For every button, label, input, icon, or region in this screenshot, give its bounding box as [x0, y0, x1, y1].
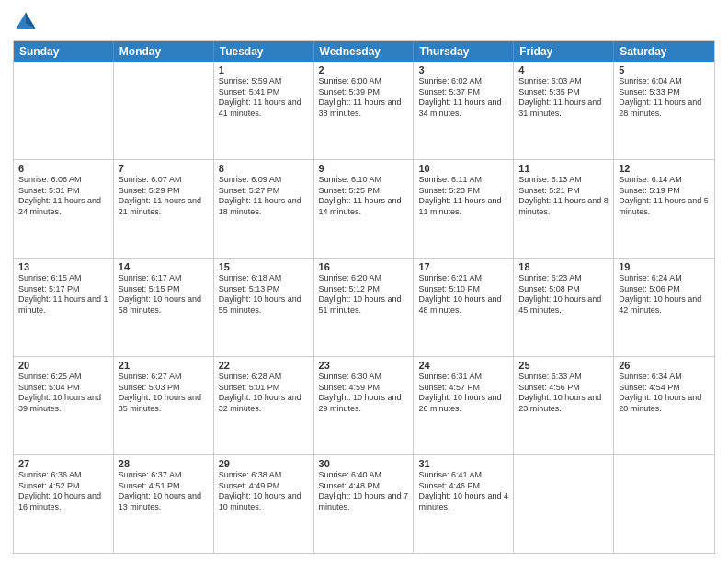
week-row-3: 20Sunrise: 6:25 AMSunset: 5:04 PMDayligh…	[14, 356, 714, 454]
day-number: 20	[18, 360, 108, 371]
day-number: 15	[219, 261, 309, 272]
day-info: Sunrise: 6:31 AMSunset: 4:57 PMDaylight:…	[418, 372, 508, 415]
day-number: 13	[18, 261, 108, 272]
day-info: Sunrise: 6:41 AMSunset: 4:46 PMDaylight:…	[418, 470, 508, 513]
cal-cell: 10Sunrise: 6:11 AMSunset: 5:23 PMDayligh…	[414, 160, 514, 258]
cal-cell: 2Sunrise: 6:00 AMSunset: 5:39 PMDaylight…	[314, 62, 415, 159]
header	[13, 9, 715, 35]
day-number: 12	[619, 163, 710, 174]
cal-cell: 28Sunrise: 6:37 AMSunset: 4:51 PMDayligh…	[114, 455, 214, 553]
day-number: 9	[319, 163, 409, 174]
day-info: Sunrise: 6:07 AMSunset: 5:29 PMDaylight:…	[119, 175, 209, 218]
calendar: SundayMondayTuesdayWednesdayThursdayFrid…	[13, 40, 715, 554]
day-info: Sunrise: 6:24 AMSunset: 5:06 PMDaylight:…	[619, 273, 710, 316]
day-info: Sunrise: 6:21 AMSunset: 5:10 PMDaylight:…	[418, 273, 508, 316]
cal-cell: 27Sunrise: 6:36 AMSunset: 4:52 PMDayligh…	[14, 455, 114, 553]
cal-cell: 29Sunrise: 6:38 AMSunset: 4:49 PMDayligh…	[214, 455, 314, 553]
day-info: Sunrise: 5:59 AMSunset: 5:41 PMDaylight:…	[219, 76, 309, 120]
day-number: 16	[319, 261, 409, 272]
cal-cell: 17Sunrise: 6:21 AMSunset: 5:10 PMDayligh…	[414, 259, 514, 356]
cal-cell: 18Sunrise: 6:23 AMSunset: 5:08 PMDayligh…	[514, 259, 614, 356]
calendar-header: SundayMondayTuesdayWednesdayThursdayFrid…	[14, 41, 714, 62]
logo	[13, 9, 42, 35]
header-day-wednesday: Wednesday	[314, 41, 415, 62]
day-info: Sunrise: 6:11 AMSunset: 5:23 PMDaylight:…	[418, 175, 508, 218]
day-info: Sunrise: 6:09 AMSunset: 5:27 PMDaylight:…	[219, 175, 309, 218]
cal-cell: 26Sunrise: 6:34 AMSunset: 4:54 PMDayligh…	[614, 357, 714, 454]
day-info: Sunrise: 6:25 AMSunset: 5:04 PMDaylight:…	[18, 372, 108, 415]
cal-cell	[114, 62, 214, 159]
cal-cell: 4Sunrise: 6:03 AMSunset: 5:35 PMDaylight…	[514, 62, 614, 159]
day-info: Sunrise: 6:14 AMSunset: 5:19 PMDaylight:…	[619, 175, 710, 218]
day-info: Sunrise: 6:28 AMSunset: 5:01 PMDaylight:…	[219, 372, 309, 415]
cal-cell: 9Sunrise: 6:10 AMSunset: 5:25 PMDaylight…	[314, 160, 415, 258]
cal-cell: 1Sunrise: 5:59 AMSunset: 5:41 PMDaylight…	[214, 62, 314, 159]
cal-cell: 14Sunrise: 6:17 AMSunset: 5:15 PMDayligh…	[114, 259, 214, 356]
day-info: Sunrise: 6:40 AMSunset: 4:48 PMDaylight:…	[319, 470, 409, 513]
day-number: 25	[518, 360, 609, 371]
week-row-4: 27Sunrise: 6:36 AMSunset: 4:52 PMDayligh…	[14, 454, 714, 553]
day-number: 24	[418, 360, 508, 371]
cal-cell: 30Sunrise: 6:40 AMSunset: 4:48 PMDayligh…	[314, 455, 415, 553]
day-number: 11	[518, 163, 609, 174]
day-info: Sunrise: 6:17 AMSunset: 5:15 PMDaylight:…	[119, 273, 209, 316]
day-info: Sunrise: 6:02 AMSunset: 5:37 PMDaylight:…	[418, 76, 508, 120]
header-day-friday: Friday	[514, 41, 614, 62]
day-number: 22	[219, 360, 309, 371]
day-info: Sunrise: 6:18 AMSunset: 5:13 PMDaylight:…	[219, 273, 309, 316]
week-row-0: 1Sunrise: 5:59 AMSunset: 5:41 PMDaylight…	[14, 62, 714, 159]
header-day-saturday: Saturday	[614, 41, 714, 62]
week-row-1: 6Sunrise: 6:06 AMSunset: 5:31 PMDaylight…	[14, 159, 714, 258]
day-number: 10	[418, 163, 508, 174]
day-info: Sunrise: 6:20 AMSunset: 5:12 PMDaylight:…	[319, 273, 409, 316]
day-info: Sunrise: 6:23 AMSunset: 5:08 PMDaylight:…	[518, 273, 609, 316]
day-number: 17	[418, 261, 508, 272]
day-info: Sunrise: 6:33 AMSunset: 4:56 PMDaylight:…	[518, 372, 609, 415]
cal-cell: 5Sunrise: 6:04 AMSunset: 5:33 PMDaylight…	[614, 62, 714, 159]
day-number: 3	[418, 64, 508, 75]
cal-cell: 21Sunrise: 6:27 AMSunset: 5:03 PMDayligh…	[114, 357, 214, 454]
day-info: Sunrise: 6:36 AMSunset: 4:52 PMDaylight:…	[18, 470, 108, 513]
day-number: 1	[219, 64, 309, 75]
day-info: Sunrise: 6:06 AMSunset: 5:31 PMDaylight:…	[18, 175, 108, 218]
cal-cell: 20Sunrise: 6:25 AMSunset: 5:04 PMDayligh…	[14, 357, 114, 454]
calendar-body: 1Sunrise: 5:59 AMSunset: 5:41 PMDaylight…	[14, 62, 714, 553]
day-info: Sunrise: 6:00 AMSunset: 5:39 PMDaylight:…	[319, 76, 409, 120]
day-number: 23	[319, 360, 409, 371]
day-number: 27	[18, 458, 108, 469]
day-number: 30	[319, 458, 409, 469]
cal-cell: 31Sunrise: 6:41 AMSunset: 4:46 PMDayligh…	[414, 455, 514, 553]
day-number: 5	[619, 64, 710, 75]
cal-cell: 6Sunrise: 6:06 AMSunset: 5:31 PMDaylight…	[14, 160, 114, 258]
header-day-monday: Monday	[114, 41, 214, 62]
day-number: 18	[518, 261, 609, 272]
day-info: Sunrise: 6:27 AMSunset: 5:03 PMDaylight:…	[119, 372, 209, 415]
cal-cell	[614, 455, 714, 553]
day-info: Sunrise: 6:10 AMSunset: 5:25 PMDaylight:…	[319, 175, 409, 218]
day-number: 2	[319, 64, 409, 75]
cal-cell: 24Sunrise: 6:31 AMSunset: 4:57 PMDayligh…	[414, 357, 514, 454]
cal-cell: 23Sunrise: 6:30 AMSunset: 4:59 PMDayligh…	[314, 357, 415, 454]
day-number: 14	[119, 261, 209, 272]
cal-cell: 15Sunrise: 6:18 AMSunset: 5:13 PMDayligh…	[214, 259, 314, 356]
cal-cell: 7Sunrise: 6:07 AMSunset: 5:29 PMDaylight…	[114, 160, 214, 258]
day-number: 6	[18, 163, 108, 174]
cal-cell: 16Sunrise: 6:20 AMSunset: 5:12 PMDayligh…	[314, 259, 415, 356]
cal-cell: 8Sunrise: 6:09 AMSunset: 5:27 PMDaylight…	[214, 160, 314, 258]
day-info: Sunrise: 6:15 AMSunset: 5:17 PMDaylight:…	[18, 273, 108, 316]
day-info: Sunrise: 6:30 AMSunset: 4:59 PMDaylight:…	[319, 372, 409, 415]
day-number: 19	[619, 261, 710, 272]
header-day-thursday: Thursday	[414, 41, 514, 62]
day-number: 8	[219, 163, 309, 174]
day-number: 26	[619, 360, 710, 371]
cal-cell	[14, 62, 114, 159]
day-info: Sunrise: 6:03 AMSunset: 5:35 PMDaylight:…	[518, 76, 609, 120]
day-info: Sunrise: 6:37 AMSunset: 4:51 PMDaylight:…	[119, 470, 209, 513]
week-row-2: 13Sunrise: 6:15 AMSunset: 5:17 PMDayligh…	[14, 258, 714, 356]
day-number: 4	[518, 64, 609, 75]
logo-icon	[13, 9, 39, 35]
cal-cell: 13Sunrise: 6:15 AMSunset: 5:17 PMDayligh…	[14, 259, 114, 356]
cal-cell: 22Sunrise: 6:28 AMSunset: 5:01 PMDayligh…	[214, 357, 314, 454]
header-day-sunday: Sunday	[14, 41, 114, 62]
cal-cell: 25Sunrise: 6:33 AMSunset: 4:56 PMDayligh…	[514, 357, 614, 454]
